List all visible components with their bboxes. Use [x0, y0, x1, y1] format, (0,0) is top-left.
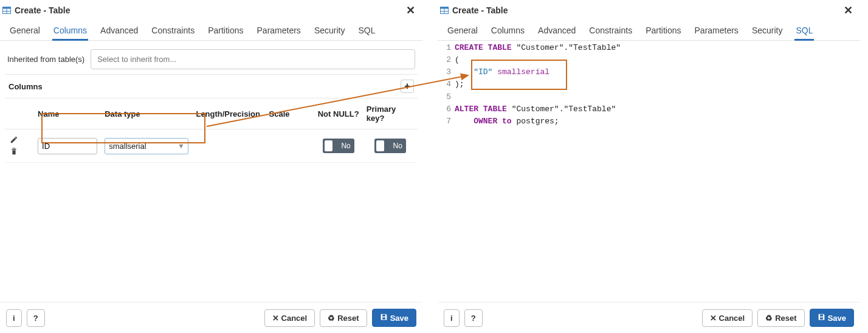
save-icon — [818, 313, 825, 323]
col-header-scale: Scale — [266, 98, 314, 129]
columns-table: Name Data type Length/Precision Scale No… — [5, 98, 418, 163]
tab-sql[interactable]: SQL — [794, 23, 814, 40]
close-icon: ✕ — [710, 314, 717, 323]
window-title: Create - Table — [452, 5, 508, 15]
tab-advanced[interactable]: Advanced — [99, 23, 139, 40]
inherit-row: Inherited from table(s) — [5, 46, 418, 73]
delete-row-icon[interactable] — [9, 146, 19, 157]
col-header-name: Name — [34, 98, 101, 129]
notnull-toggle[interactable]: No — [323, 139, 354, 153]
inherit-label: Inherited from table(s) — [7, 55, 84, 64]
recycle-icon: ♻ — [328, 314, 335, 323]
edit-row-icon[interactable] — [9, 134, 19, 145]
reset-button[interactable]: ♻ Reset — [757, 309, 804, 327]
help-button[interactable]: ? — [27, 309, 45, 327]
tab-advanced[interactable]: Advanced — [537, 23, 577, 40]
recycle-icon: ♻ — [765, 314, 773, 323]
pk-value: No — [393, 142, 402, 150]
info-button[interactable]: i — [444, 309, 460, 327]
tab-sql[interactable]: SQL — [357, 23, 376, 40]
add-column-button[interactable]: + — [401, 80, 414, 93]
table-icon — [2, 6, 11, 15]
table-row: smallserial ▼ No No — [5, 129, 418, 163]
save-icon — [380, 313, 388, 323]
tab-parameters[interactable]: Parameters — [256, 23, 302, 40]
columns-body: Inherited from table(s) Columns + Name D… — [0, 41, 422, 302]
tab-general[interactable]: General — [9, 23, 41, 40]
column-name-input[interactable] — [38, 138, 97, 154]
col-header-type: Data type — [101, 98, 192, 129]
footer-right: i ? ✕ Cancel ♻ Reset Save — [438, 302, 860, 333]
close-icon[interactable]: ✕ — [841, 4, 855, 17]
col-header-length: Length/Precision — [192, 98, 265, 129]
save-button[interactable]: Save — [810, 309, 854, 327]
tab-general[interactable]: General — [446, 23, 479, 40]
code-content: CREATE TABLE "Customer"."TestTable" ( "I… — [455, 42, 860, 302]
reset-button[interactable]: ♻ Reset — [320, 309, 367, 327]
svg-rect-5 — [441, 7, 449, 9]
table-icon — [440, 6, 449, 15]
tab-partitions[interactable]: Partitions — [207, 23, 244, 40]
close-icon[interactable]: ✕ — [404, 4, 418, 17]
save-button[interactable]: Save — [372, 309, 416, 327]
inherit-input[interactable] — [91, 49, 415, 69]
help-button[interactable]: ? — [464, 309, 483, 327]
columns-section-header: Columns + — [5, 74, 418, 98]
tab-security[interactable]: Security — [313, 23, 346, 40]
info-button[interactable]: i — [6, 309, 22, 327]
notnull-value: No — [341, 142, 350, 150]
columns-heading: Columns — [9, 82, 43, 91]
tab-columns[interactable]: Columns — [490, 23, 526, 40]
chevron-down-icon: ▼ — [178, 142, 185, 149]
footer-left: i ? ✕ Cancel ♻ Reset Save — [0, 302, 422, 333]
tab-constraints[interactable]: Constraints — [588, 23, 633, 40]
tab-partitions[interactable]: Partitions — [644, 23, 682, 40]
svg-rect-1 — [3, 7, 11, 9]
col-header-notnull: Not NULL? — [314, 98, 363, 129]
create-table-columns-panel: Create - Table ✕ General Columns Advance… — [0, 0, 422, 333]
column-type-select[interactable]: smallserial ▼ — [105, 138, 188, 154]
cancel-button[interactable]: ✕ Cancel — [264, 309, 315, 327]
tab-security[interactable]: Security — [751, 23, 784, 40]
line-gutter: 1234567 — [438, 42, 455, 302]
close-icon: ✕ — [272, 314, 279, 323]
titlebar: Create - Table ✕ — [438, 0, 860, 19]
create-table-sql-panel: Create - Table ✕ General Columns Advance… — [438, 0, 860, 333]
tabs-right: General Columns Advanced Constraints Par… — [438, 19, 860, 41]
tab-constraints[interactable]: Constraints — [150, 23, 196, 40]
titlebar: Create - Table ✕ — [0, 0, 422, 19]
tabs-left: General Columns Advanced Constraints Par… — [0, 19, 422, 41]
column-type-value: smallserial — [109, 142, 146, 151]
sql-editor[interactable]: 1234567 CREATE TABLE "Customer"."TestTab… — [438, 41, 860, 302]
tab-columns[interactable]: Columns — [52, 23, 88, 40]
cancel-button[interactable]: ✕ Cancel — [702, 309, 753, 327]
primarykey-toggle[interactable]: No — [374, 139, 406, 153]
col-header-pk: Primary key? — [363, 98, 418, 129]
tab-parameters[interactable]: Parameters — [694, 23, 740, 40]
window-title: Create - Table — [15, 5, 71, 15]
